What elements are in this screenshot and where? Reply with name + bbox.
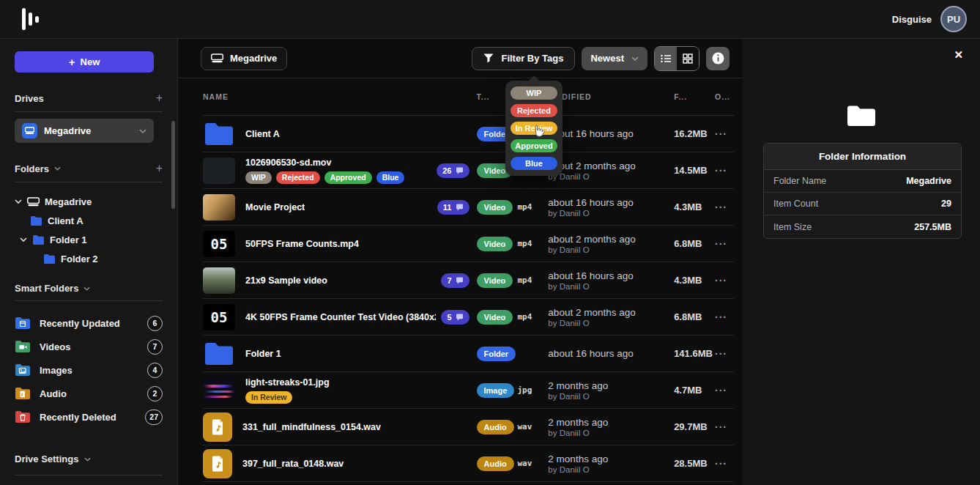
format-label: wav [517, 459, 548, 468]
comments-badge[interactable]: 26 [437, 163, 469, 178]
filter-tag-blue[interactable]: Blue [511, 157, 557, 170]
row-options-button[interactable]: ··· [715, 421, 734, 433]
file-size: 141.6MB [674, 348, 715, 359]
tag-blue: Blue [376, 171, 405, 184]
filter-tag-wip[interactable]: WIP [511, 86, 557, 100]
table-row[interactable]: light-streaks-01.jpg In Review Image jpg… [203, 372, 734, 409]
tree-item-megadrive[interactable]: Megadrive [15, 192, 163, 211]
top-bar: Disguise PU [0, 0, 980, 39]
sidebar-item-audio[interactable]: Audio 2 [15, 382, 163, 405]
chevron-down-icon[interactable] [54, 166, 61, 171]
new-button[interactable]: + New [15, 51, 154, 73]
audio-folder-icon [15, 387, 31, 400]
table-row[interactable]: 1026906530-sd.mov WIP Rejected Approved … [203, 152, 734, 189]
table-row[interactable]: 05 50FPS Frame Counts.mp4 Video mp4 abou… [203, 226, 734, 262]
file-size: 4.3MB [674, 275, 715, 286]
row-options-button[interactable]: ··· [715, 311, 734, 323]
drives-section-header: Drives + [15, 92, 163, 105]
format-label: mp4 [517, 275, 548, 285]
format-label: mp4 [517, 312, 548, 322]
item-name: Client A [245, 129, 280, 139]
row-options-button[interactable]: ··· [715, 348, 734, 360]
row-options-button[interactable]: ··· [715, 201, 734, 213]
table-row[interactable]: Client A Folder about 16 hours ago 16.2M… [203, 116, 734, 152]
drive-settings-toggle[interactable]: Drive Settings [15, 453, 163, 464]
selected-drive-item[interactable]: Megadrive [15, 119, 154, 143]
tree-item-folder-2[interactable]: Folder 2 [15, 249, 163, 268]
tag-in-review: In Review [245, 391, 292, 404]
table-row[interactable]: 05 4K 50FPS Frame Counter Test Video (38… [203, 299, 734, 336]
plus-icon: + [69, 56, 75, 68]
table-row[interactable]: 331_full_mindfulness_0154.wav Audio wav … [203, 409, 734, 445]
row-options-button[interactable]: ··· [715, 165, 734, 177]
add-drive-button[interactable]: + [156, 92, 163, 105]
sidebar-item-recently-deleted[interactable]: Recently Deleted 27 [15, 405, 163, 429]
modified-time: 2 months ago [548, 380, 674, 391]
sort-dropdown[interactable]: Newest [582, 47, 647, 70]
item-name: 331_full_mindfulness_0154.wav [242, 422, 381, 432]
info-row-item-size: Item Size 257.5MB [764, 215, 961, 238]
sidebar-item-videos[interactable]: Videos 7 [15, 335, 163, 358]
row-options-button[interactable]: ··· [715, 238, 734, 250]
grid-view-button[interactable] [677, 47, 699, 70]
filter-by-tags-button[interactable]: Filter By Tags [472, 47, 575, 70]
frame-counter-thumbnail: 05 [203, 304, 235, 330]
item-name: Movie Project [245, 202, 305, 212]
tree-item-client-a[interactable]: Client A [15, 211, 163, 230]
filter-tag-approved[interactable]: Approved [511, 139, 557, 152]
info-panel-button[interactable] [706, 47, 730, 70]
list-view-button[interactable] [655, 47, 677, 70]
video-thumbnail [203, 194, 235, 221]
file-size: 6.8MB [674, 311, 715, 322]
item-name: light-streaks-01.jpg [245, 377, 330, 388]
drive-icon [27, 197, 40, 207]
blue-folder-icon [203, 121, 235, 147]
row-options-button[interactable]: ··· [715, 275, 734, 286]
frame-counter-thumbnail: 05 [203, 231, 235, 257]
list-icon [661, 54, 672, 63]
images-folder-icon [15, 363, 31, 377]
folder-information-card: Folder Information Folder Name Megadrive… [763, 143, 962, 239]
file-size: 16.2MB [674, 128, 715, 139]
modified-time: 2 months ago [548, 453, 674, 464]
main-content: Megadrive Filter By Tags Newest [179, 39, 743, 485]
item-name: Folder 1 [245, 349, 281, 359]
speech-bubble-icon [456, 167, 464, 174]
table-row[interactable]: Folder 1 Folder about 16 hours ago 141.6… [203, 336, 734, 372]
file-size: 4.7MB [674, 385, 715, 396]
table-row[interactable]: Movie Project 11 Video mp4 about 16 hour… [203, 189, 734, 226]
folder-icon [32, 234, 45, 245]
type-badge: Image [477, 383, 515, 398]
breadcrumb[interactable]: Megadrive [201, 47, 287, 70]
table-row[interactable]: 21x9 Sample video 7 Video mp4 about 16 h… [203, 262, 734, 299]
user-avatar[interactable]: PU [940, 6, 967, 32]
comments-badge[interactable]: 7 [441, 273, 469, 288]
add-folder-button[interactable]: + [156, 162, 163, 175]
close-icon[interactable]: ✕ [954, 48, 963, 62]
comments-badge[interactable]: 11 [437, 200, 469, 215]
chevron-down-icon[interactable] [83, 286, 90, 291]
table-row[interactable]: 397_full_rata_0148.wav Audio wav 2 month… [203, 445, 734, 482]
item-name: 4K 50FPS Frame Counter Test Video (3840x… [245, 312, 436, 322]
sidebar-item-images[interactable]: Images 4 [15, 358, 163, 382]
tree-item-folder-1[interactable]: Folder 1 [15, 230, 163, 249]
info-row-item-count: Item Count 29 [764, 193, 961, 215]
col-options: O... [715, 92, 734, 101]
file-table: NAME T... MODIFIED F... O... Client A Fo… [203, 78, 734, 482]
modified-time: about 16 hours ago [548, 197, 674, 208]
sidebar-scrollbar[interactable] [171, 121, 175, 209]
sidebar-item-recently-updated[interactable]: Recently Updated 6 [15, 311, 163, 335]
type-badge: Video [477, 237, 513, 251]
info-panel: ✕ Folder Information Folder Name Megadri… [743, 39, 980, 485]
row-options-button[interactable]: ··· [715, 128, 734, 140]
filter-tag-rejected[interactable]: Rejected [511, 104, 557, 117]
filter-tag-in-review[interactable]: In Review [511, 122, 557, 135]
modified-by: by Daniil O [548, 392, 674, 401]
row-options-button[interactable]: ··· [715, 458, 734, 470]
format-label: mp4 [517, 239, 548, 248]
view-toggle [654, 46, 699, 71]
col-name: NAME [203, 92, 436, 101]
row-options-button[interactable]: ··· [715, 385, 734, 396]
type-badge: Video [477, 200, 513, 215]
comments-badge[interactable]: 5 [441, 310, 469, 325]
